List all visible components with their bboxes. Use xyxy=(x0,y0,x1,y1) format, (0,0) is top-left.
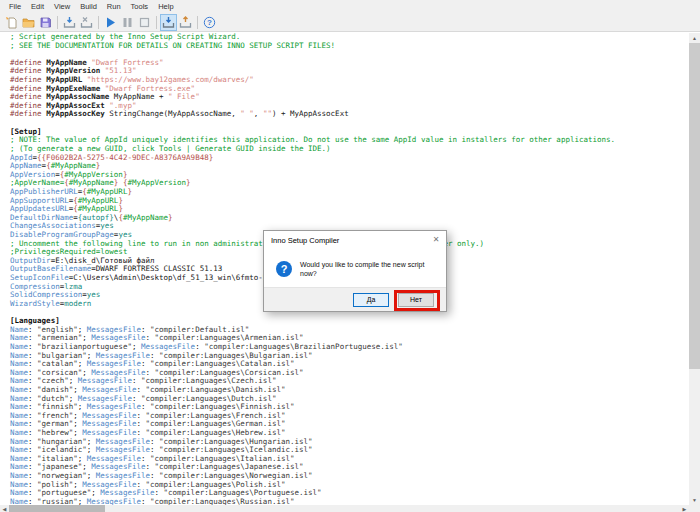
toolbar: ? xyxy=(0,13,700,32)
save-icon xyxy=(39,16,52,29)
open-button[interactable] xyxy=(20,14,37,31)
pause-icon xyxy=(121,16,134,29)
menu-file[interactable]: File xyxy=(4,0,26,13)
new-script-button[interactable] xyxy=(3,14,20,31)
menu-view[interactable]: View xyxy=(49,0,75,13)
annotation-highlight-rect xyxy=(394,290,440,311)
code-line xyxy=(10,119,700,128)
compile-icon xyxy=(63,16,76,29)
code-line: #define MyAppAssocKey StringChange(MyApp… xyxy=(10,110,700,119)
dialog-message: Would you like to compile the new script… xyxy=(300,260,438,278)
compile-confirm-dialog: Inno Setup Compiler ✕ ? Would you like t… xyxy=(263,230,447,312)
new-icon xyxy=(5,16,18,29)
code-line: ; SEE THE DOCUMENTATION FOR DETAILS ON C… xyxy=(10,42,700,51)
menu-help[interactable]: Help xyxy=(153,0,178,13)
toolbar-separator xyxy=(98,16,99,29)
code-line: AppId={{F0602B2A-5275-4C42-9DEC-A8376A9A… xyxy=(10,154,700,163)
svg-text:?: ? xyxy=(207,18,212,27)
compile-button[interactable] xyxy=(61,14,78,31)
terminate-button[interactable] xyxy=(136,14,153,31)
terminate-icon xyxy=(138,16,151,29)
scroll-down-arrow-icon[interactable]: ▼ xyxy=(689,495,700,505)
vertical-scrollbar-thumb[interactable] xyxy=(689,43,700,369)
menu-run[interactable]: Run xyxy=(102,0,126,13)
horizontal-scrollbar-thumb[interactable] xyxy=(9,505,105,512)
vertical-scrollbar[interactable]: ▲ ▼ xyxy=(689,33,700,505)
scrollbar-corner xyxy=(689,505,700,512)
toolbar-separator xyxy=(156,16,157,29)
help-button[interactable]: ? xyxy=(201,14,218,31)
pause-button[interactable] xyxy=(119,14,136,31)
save-button[interactable] xyxy=(37,14,54,31)
toolbar-separator xyxy=(57,16,58,29)
stop-compile-button[interactable] xyxy=(78,14,95,31)
dialog-title: Inno Setup Compiler xyxy=(264,231,446,250)
yes-button[interactable]: Да xyxy=(353,293,389,307)
stop-compile-icon xyxy=(80,16,93,29)
inno-setup-compiler-window: File Edit View Build Run Tools Help xyxy=(0,0,700,512)
open-output-icon xyxy=(179,16,192,29)
scroll-left-arrow-icon[interactable]: ◀ xyxy=(0,505,9,512)
help-icon: ? xyxy=(203,16,216,29)
compile-setup-icon xyxy=(162,16,175,29)
menu-build[interactable]: Build xyxy=(75,0,102,13)
menu-edit[interactable]: Edit xyxy=(26,0,49,13)
open-folder-icon xyxy=(22,16,35,29)
scroll-up-arrow-icon[interactable]: ▲ xyxy=(689,33,700,43)
menu-tools[interactable]: Tools xyxy=(126,0,154,13)
run-icon xyxy=(104,16,117,29)
scroll-right-arrow-icon[interactable]: ▶ xyxy=(680,505,689,512)
compile-setup-button[interactable] xyxy=(160,14,177,31)
toolbar-separator xyxy=(197,16,198,29)
horizontal-scrollbar[interactable]: ◀ ▶ xyxy=(0,505,689,512)
open-output-button[interactable] xyxy=(177,14,194,31)
close-icon[interactable]: ✕ xyxy=(426,231,446,248)
run-button[interactable] xyxy=(102,14,119,31)
menu-bar: File Edit View Build Run Tools Help xyxy=(0,0,700,13)
question-icon: ? xyxy=(276,261,292,277)
